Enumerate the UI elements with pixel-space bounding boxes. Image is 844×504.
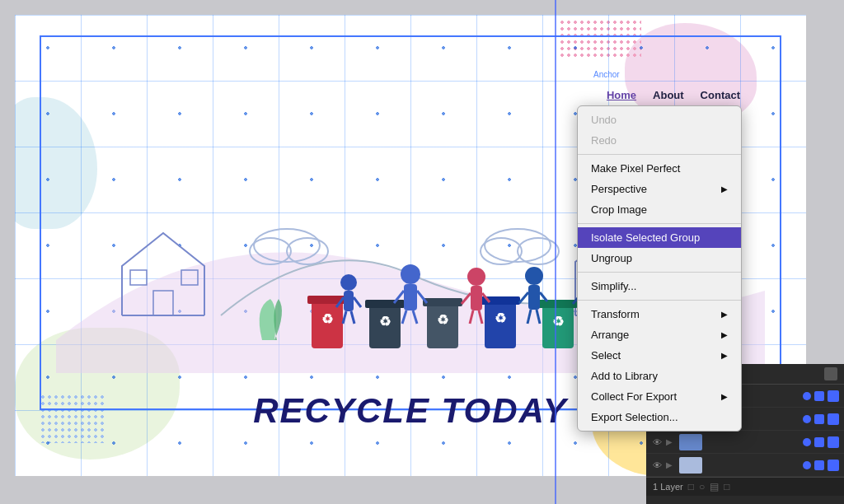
layer-visibility-3[interactable]: 👁: [651, 436, 663, 448]
svg-point-11: [485, 229, 551, 262]
svg-point-47: [525, 267, 543, 285]
layer-dot-2: [803, 415, 811, 423]
svg-rect-30: [344, 291, 354, 311]
svg-rect-21: [423, 298, 462, 306]
layer-sq-3: [814, 437, 824, 447]
svg-point-13: [518, 238, 559, 264]
layers-grid-icon[interactable]: ▤: [710, 481, 719, 492]
svg-rect-27: [538, 300, 578, 308]
svg-rect-2: [130, 270, 147, 285]
layer-color-1: [828, 390, 839, 402]
menu-item-add-to-library[interactable]: Add to Library: [578, 366, 741, 386]
svg-text:♻: ♻: [379, 315, 391, 329]
layer-sq-1: [814, 391, 824, 401]
collect-arrow: ▶: [721, 392, 728, 401]
nav-about[interactable]: About: [653, 89, 684, 101]
layers-search-icon[interactable]: ○: [699, 481, 705, 492]
menu-item-perspective[interactable]: Perspective ▶: [578, 179, 741, 199]
menu-item-collect-for-export[interactable]: Collect For Export ▶: [578, 386, 741, 407]
layer-sq-4: [814, 460, 824, 470]
menu-item-arrange[interactable]: Arrange ▶: [578, 324, 741, 345]
canvas-area: Home About Contact: [0, 0, 844, 504]
menu-item-redo[interactable]: Redo: [578, 130, 741, 151]
perspective-arrow: ▶: [721, 184, 728, 194]
layer-count-text: 1 Layer: [653, 482, 683, 492]
menu-item-undo[interactable]: Undo: [578, 110, 741, 130]
svg-line-49: [519, 292, 528, 303]
menu-item-isolate-selected-group[interactable]: Isolate Selected Group: [578, 227, 741, 248]
menu-separator-2: [578, 223, 741, 224]
layers-footer: 1 Layer □ ○ ▤ □: [646, 477, 844, 496]
artboard-navbar: Home About Contact: [607, 89, 740, 101]
menu-item-select[interactable]: Select ▶: [578, 345, 741, 366]
menu-item-ungroup[interactable]: Ungroup: [578, 248, 741, 268]
svg-point-29: [340, 274, 357, 291]
layer-expand-3[interactable]: ▶: [666, 437, 676, 447]
context-menu: Undo Redo Make Pixel Perfect Perspective…: [577, 105, 742, 432]
nav-home[interactable]: Home: [607, 89, 636, 101]
layer-color-2: [828, 413, 839, 425]
menu-item-simplify[interactable]: Simplify...: [578, 276, 741, 296]
transform-arrow: ▶: [721, 310, 728, 319]
select-arrow: ▶: [721, 351, 728, 360]
layer-color-3: [828, 436, 839, 448]
svg-point-35: [401, 264, 420, 284]
layer-row-4[interactable]: 👁 ▶: [646, 454, 844, 477]
layers-options-button[interactable]: [824, 367, 837, 380]
layer-sq-2: [814, 414, 824, 424]
arrange-arrow: ▶: [721, 330, 728, 339]
layer-dot-1: [803, 392, 811, 400]
nav-contact[interactable]: Contact: [701, 89, 740, 101]
layer-row-3[interactable]: 👁 ▶: [646, 431, 844, 454]
layer-thumb-4: [679, 457, 702, 474]
menu-item-crop-image[interactable]: Crop Image: [578, 199, 741, 220]
layer-visibility-4[interactable]: 👁: [651, 460, 663, 471]
dots-bottom: [40, 394, 106, 443]
svg-rect-36: [404, 284, 417, 310]
menu-item-transform[interactable]: Transform ▶: [578, 304, 741, 324]
recycle-headline: RECYCLE TODAY: [253, 391, 567, 431]
menu-separator-3: [578, 272, 741, 273]
layer-expand-4[interactable]: ▶: [666, 460, 676, 470]
menu-separator-1: [578, 154, 741, 155]
svg-point-41: [467, 268, 485, 286]
menu-item-make-pixel-perfect[interactable]: Make Pixel Perfect: [578, 158, 741, 179]
svg-rect-42: [471, 286, 482, 310]
layer-dot-4: [803, 461, 811, 469]
menu-separator-4: [578, 300, 741, 301]
layer-thumb-3: [679, 434, 702, 450]
menu-item-export-selection[interactable]: Export Selection...: [578, 407, 741, 427]
svg-rect-18: [365, 300, 405, 308]
svg-text:♻: ♻: [321, 312, 333, 326]
layer-dot-3: [803, 438, 811, 446]
layers-delete-icon[interactable]: □: [724, 481, 729, 492]
layer-color-4: [828, 460, 839, 471]
svg-rect-48: [528, 285, 540, 310]
svg-text:♻: ♻: [495, 311, 506, 325]
dots-top: [559, 19, 641, 60]
layers-add-icon[interactable]: □: [688, 481, 694, 492]
svg-text:♻: ♻: [437, 313, 448, 327]
vertical-guide-line: [555, 0, 556, 504]
